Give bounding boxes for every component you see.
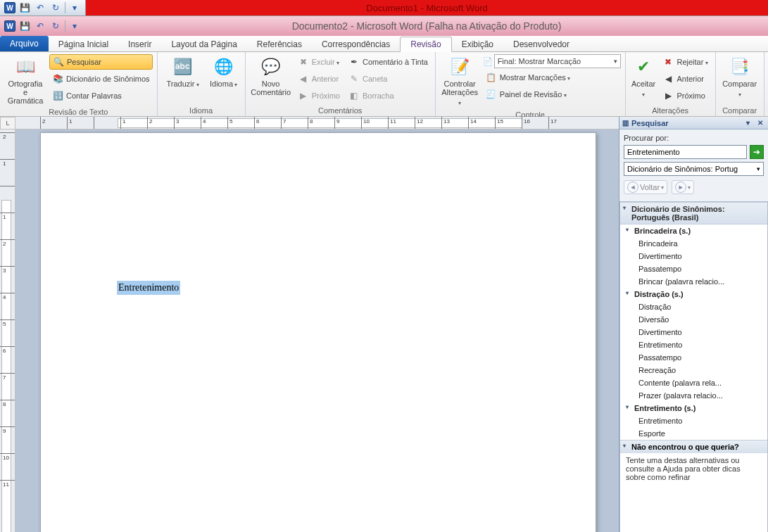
chevron-down-icon: ▾ [614, 58, 617, 65]
chevron-down-icon: ▾ [757, 165, 760, 172]
translate-icon: 🔤 [172, 56, 194, 78]
track-changes-button[interactable]: 📝 Controlar Alterações [440, 54, 480, 109]
undo-icon[interactable]: ↶ [34, 1, 46, 14]
inner-window: W 💾 ↶ ↻ ▾ Documento2 - Microsoft Word (F… [0, 15, 768, 532]
language-icon: 🌐 [213, 56, 235, 78]
selected-text[interactable]: Entretenimento [117, 281, 180, 295]
document-canvas[interactable]: Entretenimento [15, 129, 619, 532]
result-item[interactable]: Prazer (palavra relacio... [620, 389, 767, 402]
spelling-grammar-button[interactable]: 📖 Ortografia e Gramática [4, 54, 46, 106]
ruler-corner[interactable]: L [0, 117, 15, 129]
qat-customize-icon[interactable]: ▾ [68, 20, 81, 32]
track-changes-icon: 📝 [448, 56, 471, 78]
group-changes: ✔ Aceitar ✖Rejeitar ◀Anterior ▶Próximo A… [626, 52, 716, 116]
tab-mailings[interactable]: Correspondências [312, 37, 400, 51]
reviewing-pane-icon: 🧾 [486, 89, 497, 100]
new-comment-button[interactable]: 💬 Novo Comentário [250, 54, 292, 98]
eraser-button[interactable]: ◧Borracha [346, 88, 431, 103]
save-icon[interactable]: 💾 [18, 20, 31, 32]
delete-comment-button[interactable]: ✖Excluir [295, 54, 343, 70]
document-area: L 21 123 456 789 101112 131415 1617 2 1 [0, 117, 619, 532]
tab-file[interactable]: Arquivo [0, 36, 49, 51]
forward-button[interactable]: ►▾ [672, 180, 694, 194]
compare-button[interactable]: 📑 Comparar [720, 54, 760, 101]
undo-icon[interactable]: ↶ [34, 20, 46, 32]
research-button[interactable]: 🔍Pesquisar [49, 54, 153, 70]
result-item[interactable]: Brincadeira [620, 237, 767, 250]
next-comment-button[interactable]: ▶Próximo [295, 88, 343, 103]
search-go-button[interactable]: ➔ [750, 145, 764, 159]
search-input[interactable] [624, 145, 747, 159]
results-heading[interactable]: Dicionário de Sinônimos: Português (Bras… [620, 202, 767, 224]
spelling-grammar-label: Ortografia e Gramática [6, 80, 45, 105]
tab-layout[interactable]: Layout da Página [161, 37, 246, 51]
tab-developer[interactable]: Desenvolvedor [503, 37, 579, 51]
display-for-review-combo[interactable]: Final: Mostrar Marcação▾ [494, 54, 621, 68]
document-page[interactable]: Entretenimento [40, 132, 596, 532]
tab-review[interactable]: Revisão [400, 37, 451, 52]
result-group-header[interactable]: Distração (s.) [620, 288, 767, 300]
source-combo-value: Dicionário de Sinônimos: Portug [627, 165, 738, 173]
reject-button[interactable]: ✖Rejeitar [660, 54, 710, 70]
reviewing-pane-button[interactable]: 🧾Painel de Revisão [483, 87, 621, 102]
display-for-review-value: Final: Mostrar Marcação [498, 57, 581, 65]
group-compare: 📑 Comparar Comparar [716, 52, 764, 116]
save-icon[interactable]: 💾 [18, 1, 31, 14]
result-item[interactable]: Distração [620, 300, 767, 313]
result-item[interactable]: Passatempo [620, 262, 767, 275]
result-item[interactable]: Diversão [620, 313, 767, 326]
thesaurus-label: Dicionário de Sinônimos [66, 75, 150, 83]
result-item[interactable]: Divertimento [620, 250, 767, 262]
ribbon-tabs: Arquivo Página Inicial Inserir Layout da… [0, 36, 768, 52]
translate-button[interactable]: 🔤 Traduzir [162, 54, 204, 91]
eraser-icon: ◧ [348, 90, 360, 101]
pen-button[interactable]: ✎Caneta [346, 71, 431, 87]
word-count-button[interactable]: 🔢Contar Palavras [49, 88, 153, 103]
next-icon: ▶ [298, 90, 309, 101]
qat-customize-icon[interactable]: ▾ [68, 1, 81, 14]
result-item[interactable]: Entretimento [620, 338, 767, 351]
result-item[interactable]: Contente (palavra rela... [620, 376, 767, 389]
pen-label: Caneta [363, 75, 387, 83]
pane-menu-icon[interactable]: ▾ [743, 118, 753, 128]
accept-icon: ✔ [632, 56, 655, 78]
close-icon[interactable]: ✕ [755, 118, 765, 128]
ink-comment-button[interactable]: ✒Comentário à Tinta [346, 54, 431, 70]
show-markup-icon: 📋 [486, 72, 497, 83]
show-markup-button[interactable]: 📋Mostrar Marcações [483, 70, 621, 85]
horizontal-ruler[interactable]: 21 123 456 789 101112 131415 1617 [15, 117, 619, 129]
result-item[interactable]: Esporte [620, 427, 767, 440]
back-button[interactable]: ◄Voltar▾ [624, 180, 667, 194]
delete-icon: ✖ [298, 56, 309, 68]
tab-references[interactable]: Referências [247, 37, 312, 51]
result-group-header[interactable]: Entretimento (s.) [620, 402, 767, 414]
result-item[interactable]: Divertimento [620, 326, 767, 338]
ink-comment-icon: ✒ [348, 56, 360, 68]
accept-button[interactable]: ✔ Aceitar [630, 54, 657, 101]
vertical-ruler[interactable]: 2 1 1 2 3 4 5 6 7 8 9 10 11 [0, 129, 15, 532]
next-change-button[interactable]: ▶Próximo [660, 88, 710, 103]
not-found-header[interactable]: Não encontrou o que queria? [620, 440, 767, 453]
next-change-icon: ▶ [662, 90, 674, 101]
accept-label: Aceitar [631, 80, 656, 99]
result-item[interactable]: Brincar (palavra relacio... [620, 275, 767, 288]
redo-icon[interactable]: ↻ [49, 20, 62, 32]
result-group-header[interactable]: Brincadeira (s.) [620, 224, 767, 237]
source-combo[interactable]: Dicionário de Sinônimos: Portug ▾ [624, 162, 764, 176]
tab-view[interactable]: Exibição [452, 37, 503, 51]
research-icon: 🔍 [53, 56, 64, 68]
thesaurus-button[interactable]: 📚Dicionário de Sinônimos [49, 71, 153, 87]
prev-comment-button[interactable]: ◀Anterior [295, 71, 343, 87]
language-button[interactable]: 🌐 Idioma [207, 54, 241, 91]
prev-change-label: Anterior [676, 75, 704, 83]
outer-window-title: Documento1 - Microsoft Word [86, 3, 768, 13]
prev-change-button[interactable]: ◀Anterior [660, 71, 710, 87]
redo-icon[interactable]: ↻ [49, 1, 62, 14]
results-list[interactable]: Dicionário de Sinônimos: Português (Bras… [619, 201, 768, 532]
tab-home[interactable]: Página Inicial [49, 37, 118, 51]
result-item[interactable]: Entretimento [620, 414, 767, 427]
result-item[interactable]: Passatempo [620, 351, 767, 364]
pane-hamburger-icon[interactable]: ▥ [622, 119, 629, 127]
result-item[interactable]: Recreação [620, 364, 767, 376]
tab-insert[interactable]: Inserir [118, 37, 161, 51]
